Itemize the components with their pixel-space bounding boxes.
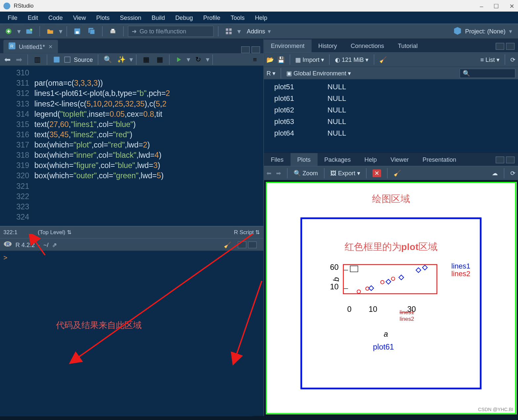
find-button[interactable]: 🔍: [102, 54, 114, 65]
app-title: RStudio: [14, 3, 33, 9]
tab-files[interactable]: Files: [264, 153, 290, 166]
menu-code[interactable]: Code: [43, 13, 68, 23]
svg-rect-32: [416, 268, 421, 273]
env-minimize-button[interactable]: [496, 43, 504, 50]
env-toolbar: 📂 💾 ▦ Import ▾ ◐ 121 MiB ▾ 🧹 ≡ List ▾ ⟳: [264, 53, 518, 66]
load-workspace-icon[interactable]: 📂: [266, 56, 274, 63]
cursor-position: 322:1: [3, 229, 38, 235]
open-file-button[interactable]: [44, 26, 56, 37]
share-icon[interactable]: ⇗: [52, 241, 57, 248]
source-tab-title: Untitled1*: [19, 43, 45, 50]
console-prompt: >: [3, 254, 7, 261]
menu-build[interactable]: Build: [146, 13, 170, 23]
menu-profile[interactable]: Profile: [198, 13, 226, 23]
tab-packages[interactable]: Packages: [317, 153, 357, 166]
close-tab-button[interactable]: ✕: [48, 44, 53, 50]
maximize-pane-button[interactable]: [252, 46, 260, 53]
plots-minimize-button[interactable]: [496, 156, 504, 163]
clear-plots-icon[interactable]: 🧹: [394, 170, 401, 177]
compile-report-button[interactable]: ▦: [140, 54, 152, 65]
project-selector[interactable]: Project: (None): [465, 28, 505, 35]
menu-edit[interactable]: Edit: [23, 13, 43, 23]
env-variable-row[interactable]: plot61NULL: [267, 93, 515, 104]
svg-line-20: [77, 234, 253, 358]
scope-dropdown[interactable]: (Top Level) ⇅: [38, 229, 234, 235]
menu-debug[interactable]: Debug: [170, 13, 198, 23]
outline-button[interactable]: ≡: [249, 54, 261, 65]
menu-tools[interactable]: Tools: [225, 13, 250, 23]
menu-file[interactable]: File: [3, 13, 23, 23]
addins-label: Addins: [247, 28, 265, 35]
window-minimize-button[interactable]: –: [480, 2, 483, 9]
tab-connections[interactable]: Connections: [344, 39, 391, 52]
tab-tutorial[interactable]: Tutorial: [391, 39, 424, 52]
source-on-save-checkbox[interactable]: [64, 57, 70, 63]
notebook-button[interactable]: ▦: [154, 54, 166, 65]
save-workspace-icon[interactable]: 💾: [277, 56, 285, 63]
main-toolbar: ▾ ▾ ➜Go to file/function ▾ Addins▾ Proje…: [0, 23, 518, 39]
window-maximize-button[interactable]: ☐: [494, 2, 499, 9]
console-minimize-button[interactable]: [238, 241, 246, 248]
wand-button[interactable]: ✨: [116, 54, 127, 65]
menu-session[interactable]: Session: [115, 13, 147, 23]
memory-indicator[interactable]: ◐ 121 MiB ▾: [335, 56, 368, 63]
plot-prev-button[interactable]: ⬅: [266, 170, 272, 177]
grid-view-button[interactable]: [223, 26, 235, 37]
remove-plot-button[interactable]: ✕: [372, 169, 381, 177]
env-variable-row[interactable]: plot64NULL: [267, 127, 515, 139]
save-source-button[interactable]: [51, 54, 63, 65]
svg-rect-12: [229, 32, 232, 34]
env-scope-dropdown[interactable]: ▣ Global Environment ▾: [286, 70, 351, 77]
env-maximize-button[interactable]: [506, 43, 515, 50]
rerun-button[interactable]: ↻: [192, 54, 204, 65]
save-all-button[interactable]: [86, 26, 98, 37]
env-variable-row[interactable]: plot62NULL: [267, 104, 515, 116]
source-tab[interactable]: R Untitled1* ✕: [3, 40, 58, 53]
tab-presentation[interactable]: Presentation: [416, 153, 463, 166]
lang-dropdown[interactable]: R Script ⇅: [234, 229, 260, 235]
env-toolbar2: R ▾ ▣ Global Environment ▾ 🔍: [264, 66, 518, 79]
plot-next-button[interactable]: ➡: [276, 170, 281, 177]
env-search-input[interactable]: 🔍: [460, 68, 516, 78]
menu-plots[interactable]: Plots: [91, 13, 115, 23]
plots-maximize-button[interactable]: [506, 156, 515, 163]
nav-forward-button[interactable]: ➡: [14, 55, 24, 64]
show-in-new-window-button[interactable]: ▥: [31, 54, 43, 65]
broom-icon[interactable]: 🧹: [224, 241, 231, 248]
goto-file-input[interactable]: ➜Go to file/function: [128, 26, 213, 37]
menu-help[interactable]: Help: [250, 13, 272, 23]
list-view-dropdown[interactable]: ≡ List ▾: [480, 56, 499, 63]
new-file-button[interactable]: [3, 26, 15, 37]
nav-back-button[interactable]: ⬅: [3, 55, 13, 64]
minimize-pane-button[interactable]: [241, 46, 250, 53]
env-variable-row[interactable]: plot63NULL: [267, 116, 515, 127]
import-button[interactable]: ▦ Import ▾: [295, 56, 324, 63]
clear-env-icon[interactable]: 🧹: [379, 56, 387, 63]
r-lang-selector[interactable]: R ▾: [266, 70, 275, 77]
zoom-button[interactable]: 🔍 Zoom: [294, 170, 318, 177]
console-maximize-button[interactable]: [248, 241, 257, 248]
refresh-plot-button[interactable]: ⟳: [510, 170, 516, 177]
tab-history[interactable]: History: [311, 39, 344, 52]
menu-view[interactable]: View: [68, 13, 91, 23]
output-tab-bar: Files Plots Packages Help Viewer Present…: [264, 153, 518, 166]
tab-help[interactable]: Help: [357, 153, 384, 166]
window-close-button[interactable]: ✕: [509, 2, 515, 9]
code-editor[interactable]: 3103113123133143153163173183193203213223…: [0, 66, 263, 226]
refresh-env-button[interactable]: ⟳: [510, 56, 516, 63]
addins-dropdown[interactable]: Addins▾: [243, 28, 274, 35]
publish-icon[interactable]: ☁: [492, 170, 498, 177]
run-button[interactable]: [173, 54, 185, 65]
svg-marker-13: [454, 27, 461, 34]
export-button[interactable]: 🖼 Export ▾: [330, 170, 360, 177]
console-pane[interactable]: > 代码及结果来自此区域: [0, 251, 263, 416]
tab-viewer[interactable]: Viewer: [384, 153, 416, 166]
print-button[interactable]: [107, 26, 119, 37]
save-button[interactable]: [71, 26, 83, 37]
env-variable-row[interactable]: plot51NULL: [267, 81, 515, 93]
new-project-button[interactable]: [23, 26, 35, 37]
r-console-icon: R: [3, 240, 12, 249]
tab-plots[interactable]: Plots: [290, 153, 317, 166]
tab-environment[interactable]: Environment: [264, 39, 311, 52]
plot-box: lines1lines2: [343, 264, 437, 294]
